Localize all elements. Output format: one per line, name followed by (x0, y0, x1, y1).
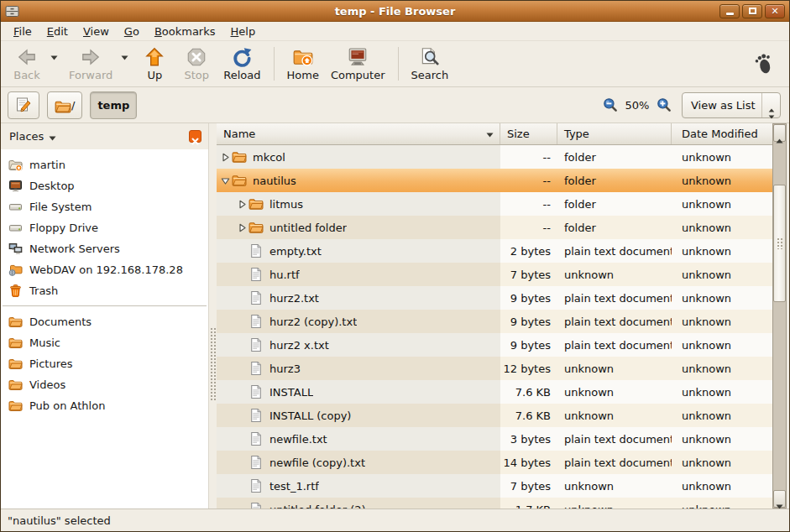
sidebar-item-martin[interactable]: martin (1, 154, 208, 175)
file-list-pane: NameSizeTypeDate Modified mkcol--folderu… (217, 123, 789, 509)
close-button[interactable]: ✕ (765, 4, 785, 18)
forward-history-dropdown[interactable] (118, 55, 130, 60)
zoom-out-button[interactable] (603, 97, 618, 112)
row-size-cell: -- (500, 192, 557, 216)
file-name: hu.rtf (269, 269, 300, 281)
minimize-button[interactable] (719, 4, 740, 18)
column-header-size[interactable]: Size (500, 123, 557, 144)
table-row[interactable]: untitled folder--folderunknown (217, 216, 772, 239)
row-size-cell: -- (500, 216, 557, 239)
titlebar[interactable]: temp - File Browser ✕ (1, 1, 789, 22)
row-size-cell: 7 bytes (500, 474, 557, 498)
expander-open-icon[interactable] (219, 176, 232, 185)
sidebar-item-pictures[interactable]: Pictures (1, 353, 208, 374)
home-button[interactable]: Home (281, 44, 325, 83)
sidebar-item-music[interactable]: Music (1, 332, 208, 353)
sidebar-close-button[interactable] (189, 130, 201, 143)
row-date-cell: unknown (672, 239, 772, 263)
row-type-cell: unknown (557, 380, 672, 404)
row-name-cell: hurz3 (217, 357, 500, 380)
file-name: newfile.txt (269, 433, 327, 446)
sidebar-item-file-system[interactable]: File System (1, 196, 208, 217)
search-button[interactable]: Search (405, 44, 455, 83)
sidebar-item-trash[interactable]: Trash (1, 280, 208, 301)
table-row[interactable]: newfile.txt3 bytesplain text documentunk… (217, 427, 772, 451)
row-type-cell: unknown (557, 474, 672, 498)
table-row[interactable]: mkcol--folderunknown (217, 145, 772, 169)
sidebar-item-network-servers[interactable]: Network Servers (1, 238, 208, 259)
vertical-scrollbar[interactable] (772, 123, 787, 509)
menu-item-view[interactable]: View (76, 23, 117, 40)
path-button-temp[interactable]: temp (90, 91, 137, 119)
reload-button[interactable]: Reload (217, 44, 266, 83)
row-type-cell: folder (557, 192, 672, 216)
maximize-button[interactable] (742, 4, 762, 18)
sidebar-item-label: Documents (29, 316, 92, 328)
scroll-up-icon (776, 131, 783, 136)
menu-item-edit[interactable]: Edit (39, 23, 76, 40)
column-header-type[interactable]: Type (557, 123, 672, 144)
forward-arrow-icon (80, 46, 102, 68)
table-row[interactable]: empty.txt2 bytesplain text documentunkno… (217, 239, 772, 263)
computer-button[interactable]: Computer (325, 44, 391, 83)
row-name-cell: litmus (217, 192, 500, 216)
sidebar-item-desktop[interactable]: Desktop (1, 175, 208, 196)
table-row[interactable]: hurz2 x.txt9 bytesplain text documentunk… (217, 333, 772, 357)
scrollbar-thumb[interactable] (773, 185, 786, 302)
places-dropdown[interactable]: Places (9, 130, 44, 143)
table-row[interactable]: nautilus--folderunknown (217, 169, 772, 192)
places-dropdown-arrow-icon[interactable] (49, 128, 56, 144)
table-row[interactable]: hurz2 (copy).txt9 bytesplain text docume… (217, 310, 772, 333)
toolbar-button-label: Home (287, 69, 319, 81)
table-row[interactable]: INSTALL7.6 KBunknownunknown (217, 380, 772, 404)
sidebar-item-documents[interactable]: Documents (1, 311, 208, 332)
menu-item-file[interactable]: File (6, 23, 39, 40)
table-row[interactable]: newfile (copy).txt14 bytesplain text doc… (217, 451, 772, 474)
table-row[interactable]: INSTALL (copy)7.6 KBunknownunknown (217, 404, 772, 427)
table-row[interactable]: hurz312 bytesunknownunknown (217, 357, 772, 380)
row-size-cell: 1.7 KB (500, 498, 557, 509)
drive-icon (8, 200, 23, 214)
stop-button[interactable]: Stop (175, 44, 217, 83)
menu-item-bookmarks[interactable]: Bookmarks (147, 23, 223, 40)
file-name: empty.txt (269, 245, 322, 258)
column-header-name[interactable]: Name (217, 123, 500, 144)
zoom-in-button[interactable] (657, 97, 672, 112)
menu-item-go[interactable]: Go (117, 23, 147, 40)
forward-button[interactable]: Forward (63, 44, 118, 83)
table-row[interactable]: litmus--folderunknown (217, 192, 772, 216)
table-row[interactable]: hurz2.txt9 bytesplain text documentunkno… (217, 286, 772, 310)
sidebar-item-pub-on-athlon[interactable]: Pub on Athlon (1, 395, 208, 416)
network-icon (8, 242, 23, 256)
table-row[interactable]: test_1.rtf7 bytesunknownunknown (217, 474, 772, 498)
row-date-cell: unknown (672, 357, 772, 380)
toolbar-separator (274, 47, 275, 81)
status-text: "nautilus" selected (8, 514, 111, 527)
view-mode-select[interactable]: View as List (682, 92, 781, 118)
sidebar-item-label: Network Servers (29, 243, 120, 255)
back-button[interactable]: Back (6, 44, 48, 83)
table-row[interactable]: untitled folder (2)1.7 KBunknownunknown (217, 498, 772, 509)
pane-resize-grip[interactable] (210, 327, 216, 401)
sidebar-item-floppy-drive[interactable]: Floppy Drive (1, 217, 208, 238)
view-mode-value: View as List (691, 99, 756, 112)
expander-closed-icon[interactable] (236, 200, 249, 209)
sidebar-item-webdav-on-192-168-178-28[interactable]: WebDAV on 192.168.178.28 (1, 259, 208, 280)
document-icon (249, 267, 264, 282)
scroll-up-button[interactable] (773, 124, 786, 142)
expander-closed-icon[interactable] (236, 223, 249, 232)
up-button[interactable]: Up (133, 44, 175, 83)
menu-item-help[interactable]: Help (223, 23, 264, 40)
column-header-date-modified[interactable]: Date Modified (672, 123, 772, 144)
pane-separator[interactable] (208, 123, 217, 509)
table-row[interactable]: hu.rtf7 bytesunknownunknown (217, 263, 772, 286)
back-history-dropdown[interactable] (48, 55, 60, 60)
close-icon: ✕ (771, 7, 778, 16)
root-path-button[interactable]: / (47, 91, 82, 119)
sidebar-item-videos[interactable]: Videos (1, 374, 208, 395)
scroll-down-button[interactable] (773, 490, 786, 508)
document-icon (249, 384, 264, 399)
edit-location-icon (15, 96, 32, 113)
expander-closed-icon[interactable] (219, 153, 232, 162)
edit-location-button[interactable] (8, 91, 39, 119)
